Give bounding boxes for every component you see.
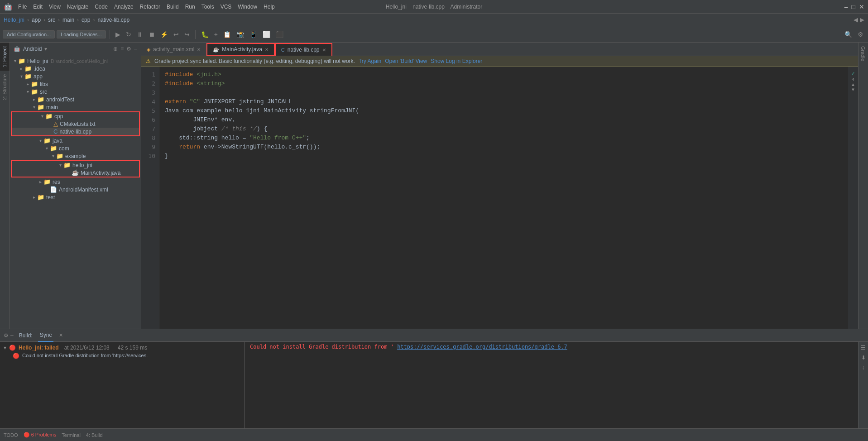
tree-item-cpp[interactable]: ▾ 📁 cpp: [12, 112, 139, 120]
run-button[interactable]: ▶: [114, 30, 122, 39]
tab-project[interactable]: 1: Project: [0, 43, 10, 71]
menu-file[interactable]: File: [18, 4, 27, 10]
debug-button[interactable]: 🐛: [199, 30, 211, 39]
tree-item-androidtest[interactable]: ▸ 📁 androidTest: [10, 96, 141, 103]
loading-devices-button[interactable]: Loading Devices...: [57, 30, 106, 38]
tree-item-app[interactable]: ▾ 📁 app: [10, 72, 141, 80]
panel-mode-label[interactable]: Android: [23, 46, 42, 52]
menu-run[interactable]: Run: [185, 4, 195, 10]
redo-button[interactable]: ↪: [182, 30, 192, 39]
menu-edit[interactable]: Edit: [33, 4, 43, 10]
device-button[interactable]: 📱: [248, 30, 259, 39]
panel-scope-icon[interactable]: ⊕: [113, 46, 118, 52]
breadcrumb-item-2[interactable]: src: [48, 17, 55, 23]
panel-sort-icon[interactable]: ≡: [120, 46, 124, 52]
tree-item-main[interactable]: ▾ 📁 main: [10, 103, 141, 111]
nav-toolbar: ◀ ▶: [854, 16, 868, 23]
build-tab[interactable]: 4: Build: [86, 432, 103, 438]
tree-item-test[interactable]: ▸ 📁 test: [10, 193, 141, 201]
tree-item-mainactivity[interactable]: ☕ MainActivity.java: [12, 169, 139, 177]
tree-arrow-icon: ▾: [12, 58, 18, 63]
sync-close-icon[interactable]: ✕: [59, 332, 63, 338]
problems-tab[interactable]: 🔴 6 Problems: [24, 432, 57, 438]
panel-dropdown-icon[interactable]: ▾: [44, 46, 47, 52]
stop-button[interactable]: ⏹: [147, 30, 157, 39]
tab-mainactivity-java[interactable]: ☕ MainActivity.java ✕: [206, 43, 274, 56]
tab-structure[interactable]: 2: Structure: [0, 71, 10, 104]
menu-code[interactable]: Code: [95, 4, 108, 10]
todo-tab[interactable]: TODO: [4, 432, 18, 438]
error-output-link[interactable]: https://services.gradle.org/distribution…: [397, 344, 567, 350]
layout2-button[interactable]: ⬛: [274, 30, 285, 39]
tab-activity-main-xml[interactable]: ◈ activity_main.xml ✕: [141, 43, 206, 56]
down-arrow-icon[interactable]: ▼: [852, 87, 854, 92]
minimize-button[interactable]: –: [844, 3, 848, 10]
breadcrumb-item-3[interactable]: main: [62, 17, 74, 23]
panel-minimize-icon[interactable]: –: [10, 332, 14, 339]
show-log-explorer-link[interactable]: Show Log in Explorer: [431, 58, 482, 64]
breadcrumb-item-1[interactable]: app: [32, 17, 41, 23]
tree-item-src[interactable]: ▾ 📁 src: [10, 88, 141, 96]
breadcrumb-item-5[interactable]: native-lib.cpp: [97, 17, 129, 23]
terminal-tab[interactable]: Terminal: [62, 432, 81, 438]
tab-close-icon[interactable]: ✕: [197, 47, 201, 52]
filter-icon[interactable]: ☰: [860, 344, 867, 352]
maximize-button[interactable]: □: [852, 3, 855, 10]
tree-item-label: .idea: [34, 66, 45, 72]
nav-back-icon[interactable]: ◀: [854, 16, 858, 23]
tree-item-idea[interactable]: ▸ 📁 .idea: [10, 65, 141, 72]
open-build-view-link[interactable]: Open 'Build' View: [385, 58, 427, 64]
close-button[interactable]: ✕: [859, 3, 864, 10]
build-root-item[interactable]: ▾ 🔴 Hello_jni: failed at 2021/6/12 12:03…: [0, 344, 244, 352]
window-title: Hello_jni – native-lib.cpp – Administrat…: [386, 4, 482, 10]
menu-refactor[interactable]: Refactor: [140, 4, 160, 10]
menu-navigate[interactable]: Navigate: [67, 4, 88, 10]
menu-tools[interactable]: Tools: [201, 4, 214, 10]
layout1-button[interactable]: ⬜: [261, 30, 272, 39]
clipboard-button[interactable]: 📋: [221, 30, 233, 39]
tree-item-example[interactable]: ▾ 📁 example: [10, 152, 141, 160]
nav-fwd-icon[interactable]: ▶: [860, 16, 864, 23]
tab-native-lib-cpp[interactable]: C native-lib.cpp ✕: [275, 43, 332, 56]
up-arrow-icon[interactable]: ▲: [852, 82, 854, 87]
breadcrumb-item-0[interactable]: Hello_jni: [4, 17, 24, 23]
panel-settings-icon[interactable]: ⚙: [4, 332, 9, 339]
tree-item-com[interactable]: ▾ 📁 com: [10, 144, 141, 152]
menu-build[interactable]: Build: [167, 4, 179, 10]
tab-close-icon[interactable]: ✕: [265, 47, 269, 52]
try-again-link[interactable]: Try Again: [359, 58, 381, 64]
add-configuration-button[interactable]: Add Configuration...: [3, 30, 55, 38]
panel-settings-icon[interactable]: ⚙: [126, 46, 131, 52]
tab-gradle[interactable]: Gradle: [858, 43, 868, 65]
lightning-button[interactable]: ⚡: [158, 30, 170, 39]
code-content[interactable]: #include <jni.h> #include <string> exter…: [159, 67, 848, 329]
menu-view[interactable]: View: [49, 4, 61, 10]
undo-button[interactable]: ↩: [172, 30, 181, 39]
build-error-item[interactable]: 🔴 Could not install Gradle distribution …: [0, 352, 244, 360]
tab-sync[interactable]: Sync: [38, 329, 54, 342]
tree-item-hello-jni-pkg[interactable]: ▾ 📁 hello_jni: [12, 161, 139, 169]
menu-window[interactable]: Window: [238, 4, 257, 10]
tree-item-hello-jni[interactable]: ▾ 📁 Hello_jni D:\andorid_code\Hello_jni: [10, 57, 141, 65]
pause-button[interactable]: ⏸: [135, 30, 145, 39]
tree-item-cmakelists[interactable]: △ CMakeLists.txt: [12, 120, 139, 128]
menu-vcs[interactable]: VCS: [221, 4, 232, 10]
sort-icon[interactable]: ↕: [861, 364, 866, 372]
tree-item-native-lib[interactable]: C native-lib.cpp: [12, 128, 139, 135]
tree-item-java[interactable]: ▾ 📁 java: [10, 137, 141, 144]
menu-analyze[interactable]: Analyze: [114, 4, 134, 10]
breadcrumb-item-4[interactable]: cpp: [82, 17, 90, 23]
search-everywhere-button[interactable]: 🔍: [843, 30, 854, 39]
scroll-end-icon[interactable]: ⬇: [860, 354, 867, 362]
add-button[interactable]: +: [212, 30, 220, 39]
tab-close-icon[interactable]: ✕: [322, 48, 326, 53]
settings-button[interactable]: ⚙: [856, 30, 865, 39]
tree-item-libs[interactable]: ▸ 📁 libs: [10, 80, 141, 88]
camera-button[interactable]: 📸: [235, 30, 246, 39]
panel-minimize-icon[interactable]: –: [134, 46, 137, 52]
menu-help[interactable]: Help: [264, 4, 275, 10]
sync-button[interactable]: ↻: [124, 30, 133, 39]
tree-item-res[interactable]: ▸ 📁 res: [10, 178, 141, 186]
tree-arrow-icon: ▾: [37, 138, 43, 143]
tree-item-androidmanifest[interactable]: 📄 AndroidManifest.xml: [10, 186, 141, 193]
